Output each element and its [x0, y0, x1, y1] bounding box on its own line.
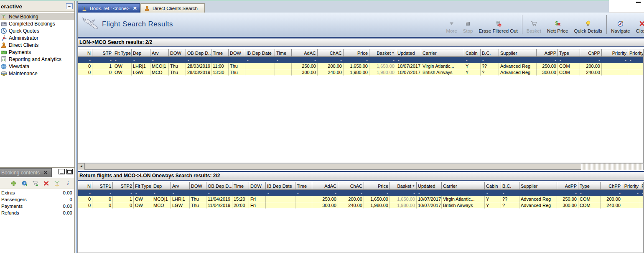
cell-cabin[interactable]: Y [464, 69, 481, 76]
sidebar-item-maintenance[interactable]: Maintenance [0, 70, 74, 77]
cell-cabin[interactable]: Y [485, 196, 501, 202]
filter-cell[interactable]: - [628, 57, 644, 63]
cell-type[interactable]: COM [578, 202, 601, 209]
cell-dow[interactable]: Thu [229, 69, 245, 76]
cell-n[interactable]: 0 [78, 202, 92, 209]
cell-dow[interactable]: Thu [190, 196, 206, 202]
booking-contents-row-extras[interactable]: Extras 0.00 [0, 190, 74, 197]
cell-supplier[interactable]: Advanced Reg [519, 196, 557, 202]
cell-stp2[interactable]: 0 [113, 202, 134, 209]
window-minimize-icon[interactable] [636, 2, 641, 3]
cell-carrier[interactable]: Virgin Atlantic... [421, 63, 464, 69]
cell-ib-dep-date[interactable] [266, 196, 295, 202]
horizontal-scrollbar[interactable]: ◄ [78, 163, 644, 170]
cell-time[interactable] [275, 63, 292, 69]
column-header-carrier[interactable]: Carrier [421, 49, 464, 57]
filter-cell[interactable] [519, 190, 557, 196]
cell-ib-dep-date[interactable] [266, 202, 295, 209]
close-button[interactable]: Close [633, 14, 644, 35]
filter-cell[interactable]: - [275, 57, 292, 63]
filter-cell[interactable]: - [578, 190, 601, 196]
sidebar-item-direct-clients[interactable]: Direct Clients [0, 41, 74, 49]
filter-cell[interactable]: - [602, 57, 628, 63]
scrollbar-track[interactable] [581, 164, 643, 170]
column-header-stp[interactable]: STP [92, 49, 113, 57]
cell-priority[interactable] [622, 202, 640, 209]
column-header-price[interactable]: Price [364, 182, 390, 190]
filter-cell[interactable]: - [390, 190, 417, 196]
result-row[interactable]: 00OWLGWMCOThu28/03/201913:30Thu300.00240… [78, 69, 644, 76]
cell-stp[interactable]: 1 [92, 63, 113, 69]
column-header-chpp[interactable]: ChPP [580, 49, 602, 57]
cell-updated[interactable]: 10/07/2017 [396, 63, 421, 69]
column-header-supplier[interactable]: Supplier [519, 182, 557, 190]
filter-cell[interactable]: - [481, 57, 499, 63]
cell-cabin[interactable]: Y [485, 202, 501, 209]
cell-dow[interactable]: Thu [169, 69, 186, 76]
cell-updated[interactable]: 10/07/2017 [417, 202, 442, 209]
column-header-priority-de[interactable]: Priority de... [628, 49, 644, 57]
column-header-supplier[interactable]: Supplier [499, 49, 537, 57]
column-header-adpp[interactable]: AdPP [557, 182, 578, 190]
cell-supplier[interactable]: Advanced Reg [519, 202, 557, 209]
filter-row[interactable]: --------------------- [78, 190, 644, 196]
filter-cell[interactable]: - [464, 57, 481, 63]
column-header-dow[interactable]: DOW [249, 182, 266, 190]
cell-adac[interactable]: 300.00 [292, 69, 318, 76]
column-header-priority[interactable]: Priority [602, 49, 628, 57]
filter-cell[interactable]: - [171, 190, 190, 196]
filter-cell[interactable]: - [485, 190, 501, 196]
filter-cell[interactable]: - [113, 57, 132, 63]
column-header-cabin[interactable]: Cabin [464, 49, 481, 57]
cell-carrier[interactable]: Virgin Atlantic... [442, 196, 485, 202]
maximize-button[interactable] [66, 169, 73, 174]
column-header-adac[interactable]: AdAC [292, 49, 318, 57]
cell-b-c[interactable]: ? [481, 69, 499, 76]
panel-splitter[interactable] [75, 1, 78, 253]
sidebar-item-new-booking[interactable]: New Booking [0, 13, 74, 20]
world-clock-icon[interactable] [21, 180, 28, 187]
cell-time[interactable] [295, 202, 312, 209]
more-button[interactable]: More [443, 14, 460, 35]
cell-flt-type[interactable]: OW [134, 196, 152, 202]
filter-cell[interactable]: - [537, 57, 558, 63]
cell-chpp[interactable]: 240.00 [601, 202, 622, 209]
result-row[interactable]: 01OWLHR|1MCO|1Thu28/03/201911:00Thu250.0… [78, 63, 644, 69]
cell-adac[interactable]: 300.00 [312, 202, 338, 209]
column-header-time[interactable]: Time [295, 182, 312, 190]
quick-details-button[interactable]: Quick Details [571, 14, 605, 35]
filter-cell[interactable] [169, 57, 186, 63]
column-header-ib-dep-date[interactable]: IB Dep Date [266, 182, 295, 190]
cell-dow[interactable]: Fri [249, 202, 266, 209]
column-header-stp2[interactable]: STP2 [113, 182, 134, 190]
column-header-updated[interactable]: Updated [396, 49, 421, 57]
filter-cell[interactable]: - [640, 190, 644, 196]
filter-cell[interactable]: - [292, 57, 318, 63]
cart-checkout-icon[interactable] [32, 180, 38, 187]
cell-stp1[interactable]: 0 [92, 202, 113, 209]
basket-button[interactable]: Basket [524, 14, 544, 35]
filter-cell[interactable]: - [622, 190, 640, 196]
filter-cell[interactable]: - [134, 190, 152, 196]
cell-price[interactable]: 1,980.00 [344, 69, 369, 76]
filter-cell[interactable] [211, 57, 229, 63]
column-header-stp1[interactable]: STP1 [92, 182, 113, 190]
filter-cell[interactable]: - [312, 190, 338, 196]
filter-cell[interactable] [442, 190, 485, 196]
scroll-left-button[interactable]: ◄ [78, 164, 85, 170]
filter-cell[interactable]: - [78, 190, 92, 196]
column-header-flt-type[interactable]: Flt Type [134, 182, 152, 190]
result-row[interactable]: 000OWMCOLGWThu11/04/201920:00Fri300.0024… [78, 202, 644, 209]
column-header-dep[interactable]: Dep [132, 49, 150, 57]
column-header-cabin[interactable]: Cabin [485, 182, 501, 190]
column-header-ob-dep-d[interactable]: OB Dep D... [186, 49, 211, 57]
filter-cell[interactable]: - [132, 57, 150, 63]
navigate-button[interactable]: Navigate [608, 14, 633, 35]
column-header-ib-dep-date[interactable]: IB Dep Date [245, 49, 275, 57]
filter-cell[interactable]: - [266, 190, 295, 196]
tab-close-icon[interactable]: ✕ [43, 170, 48, 176]
sidebar-item-completed-bookings[interactable]: Completed Bookings [0, 20, 74, 27]
filter-cell[interactable]: - [318, 57, 344, 63]
column-header-arv[interactable]: Arv [150, 49, 169, 57]
cell-time[interactable]: 15:20 [232, 196, 249, 202]
